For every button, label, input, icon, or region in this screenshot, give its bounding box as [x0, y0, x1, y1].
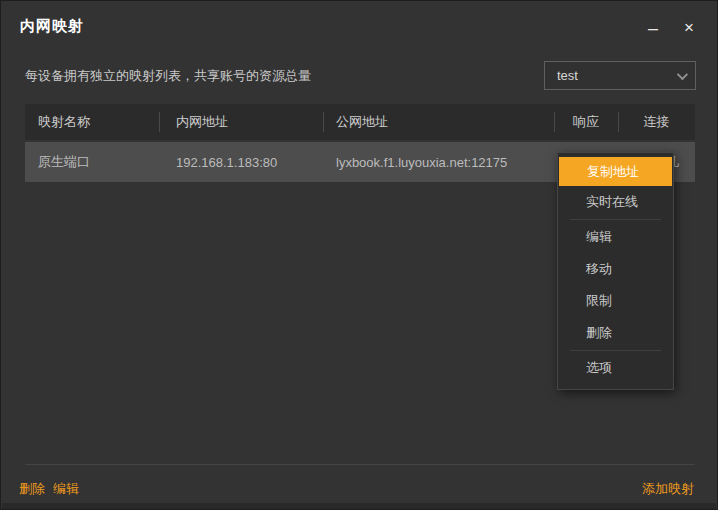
column-divider [159, 112, 160, 132]
menu-item-options[interactable]: 选项 [558, 352, 673, 384]
mapping-list-subtitle: 每设备拥有独立的映射列表，共享账号的资源总量 [25, 67, 311, 85]
close-icon: × [684, 18, 694, 38]
column-header-wan-address: 公网地址 [323, 104, 554, 140]
column-header-name: 映射名称 [25, 104, 159, 140]
mapping-name-cell: 原生端口 [25, 142, 159, 182]
row-context-menu: 复制地址 实时在线 编辑 移动 限制 删除 选项 [557, 152, 674, 390]
column-header-connection: 连接 [618, 104, 695, 140]
table-header: 映射名称 内网地址 公网地址 响应 连接 [25, 104, 695, 140]
device-select-value: test [557, 68, 578, 83]
minimize-button[interactable]: – [637, 13, 669, 43]
chevron-down-icon [677, 68, 688, 79]
delete-link[interactable]: 删除 [19, 480, 45, 498]
lan-address-cell: 192.168.1.183:80 [159, 142, 323, 182]
app-window: 内网映射 – × 每设备拥有独立的映射列表，共享账号的资源总量 test 映射名… [0, 0, 718, 510]
column-divider [618, 112, 619, 132]
menu-item-move[interactable]: 移动 [558, 253, 673, 285]
menu-item-copy-address[interactable]: 复制地址 [559, 157, 672, 186]
column-divider [554, 112, 555, 132]
menu-divider [570, 219, 661, 220]
column-divider [323, 112, 324, 132]
menu-divider [570, 350, 661, 351]
menu-item-limit[interactable]: 限制 [558, 285, 673, 317]
menu-item-realtime-online[interactable]: 实时在线 [558, 186, 673, 218]
add-mapping-link[interactable]: 添加映射 [642, 480, 694, 498]
window-bottom-frame [2, 503, 716, 509]
column-header-response: 响应 [554, 104, 618, 140]
menu-item-edit[interactable]: 编辑 [558, 221, 673, 253]
wan-address-cell: lyxbook.f1.luyouxia.net:12175 [323, 142, 554, 182]
footer-divider [25, 464, 695, 465]
window-title: 内网映射 [20, 17, 84, 36]
edit-link[interactable]: 编辑 [53, 480, 79, 498]
device-select-dropdown[interactable]: test [544, 61, 696, 90]
close-button[interactable]: × [673, 13, 705, 43]
column-header-lan-address: 内网地址 [159, 104, 323, 140]
menu-item-delete[interactable]: 删除 [558, 317, 673, 349]
minimize-icon: – [648, 18, 658, 39]
